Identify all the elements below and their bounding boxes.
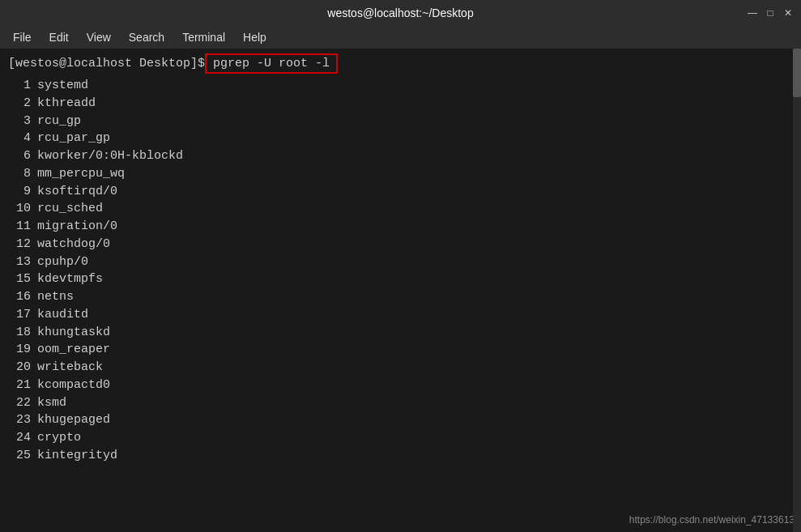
process-name: kintegrityd — [37, 447, 117, 465]
table-row: 9ksoftirqd/0 — [8, 183, 793, 201]
output-container: 1systemd2kthreadd3rcu_gp4rcu_par_gp6kwor… — [8, 77, 793, 465]
menu-edit[interactable]: Edit — [41, 29, 77, 45]
process-name: ksmd — [37, 394, 66, 412]
pid-number: 8 — [8, 165, 31, 183]
table-row: 2kthreadd — [8, 95, 793, 113]
pid-number: 24 — [8, 429, 31, 447]
table-row: 11migration/0 — [8, 218, 793, 236]
minimize-button[interactable]: — — [746, 6, 759, 19]
menu-search[interactable]: Search — [121, 29, 173, 45]
pid-number: 18 — [8, 324, 31, 342]
prompt-line: [westos@localhost Desktop]$ pgrep -U roo… — [8, 53, 793, 74]
table-row: 25kintegrityd — [8, 447, 793, 465]
window-controls: — □ ✕ — [746, 6, 795, 19]
process-name: crypto — [37, 429, 81, 447]
table-row: 13cpuhp/0 — [8, 253, 793, 271]
table-row: 3rcu_gp — [8, 113, 793, 130]
pid-number: 19 — [8, 341, 31, 359]
table-row: 18khungtaskd — [8, 324, 793, 342]
menu-view[interactable]: View — [79, 29, 119, 45]
table-row: 12watchdog/0 — [8, 236, 793, 253]
process-name: kdevtmpfs — [37, 270, 103, 288]
window-title: westos@localhost:~/Desktop — [55, 6, 746, 19]
table-row: 19oom_reaper — [8, 341, 793, 359]
table-row: 1systemd — [8, 77, 793, 95]
table-row: 16netns — [8, 288, 793, 306]
process-name: rcu_par_gp — [37, 130, 110, 147]
pid-number: 2 — [8, 95, 31, 113]
process-name: rcu_sched — [37, 200, 103, 218]
pid-number: 21 — [8, 377, 31, 394]
pid-number: 25 — [8, 447, 31, 465]
menu-bar: File Edit View Search Terminal Help — [0, 26, 801, 49]
process-name: kcompactd0 — [37, 377, 110, 394]
table-row: 8mm_percpu_wq — [8, 165, 793, 183]
pid-number: 11 — [8, 218, 31, 236]
process-name: oom_reaper — [37, 341, 110, 359]
process-name: kworker/0:0H-kblockd — [37, 147, 183, 165]
process-name: rcu_gp — [37, 113, 81, 130]
table-row: 23khugepaged — [8, 411, 793, 429]
pid-number: 16 — [8, 288, 31, 306]
table-row: 4rcu_par_gp — [8, 130, 793, 147]
process-name: mm_percpu_wq — [37, 165, 125, 183]
pid-number: 12 — [8, 236, 31, 253]
terminal-body[interactable]: [westos@localhost Desktop]$ pgrep -U roo… — [0, 49, 801, 532]
pid-number: 20 — [8, 359, 31, 377]
menu-terminal[interactable]: Terminal — [174, 29, 233, 45]
process-name: watchdog/0 — [37, 236, 110, 253]
maximize-button[interactable]: □ — [764, 6, 777, 19]
table-row: 20writeback — [8, 359, 793, 377]
pid-number: 3 — [8, 113, 31, 130]
terminal-window: westos@localhost:~/Desktop — □ ✕ File Ed… — [0, 0, 801, 532]
pid-number: 10 — [8, 200, 31, 218]
pid-number: 17 — [8, 306, 31, 324]
process-name: netns — [37, 288, 74, 306]
process-name: migration/0 — [37, 218, 117, 236]
table-row: 21kcompactd0 — [8, 377, 793, 394]
scrollbar[interactable] — [793, 49, 801, 532]
table-row: 22ksmd — [8, 394, 793, 412]
watermark: https://blog.csdn.net/weixin_47133613 — [629, 514, 795, 526]
title-bar: westos@localhost:~/Desktop — □ ✕ — [0, 0, 801, 26]
pid-number: 9 — [8, 183, 31, 201]
table-row: 17kauditd — [8, 306, 793, 324]
pid-number: 6 — [8, 147, 31, 165]
process-name: kauditd — [37, 306, 88, 324]
close-button[interactable]: ✕ — [782, 6, 795, 19]
process-name: kthreadd — [37, 95, 96, 113]
process-name: khungtaskd — [37, 324, 110, 342]
process-name: systemd — [37, 77, 88, 95]
process-name: writeback — [37, 359, 103, 377]
table-row: 6kworker/0:0H-kblockd — [8, 147, 793, 165]
process-name: cpuhp/0 — [37, 253, 88, 271]
pid-number: 13 — [8, 253, 31, 271]
pid-number: 23 — [8, 411, 31, 429]
table-row: 15kdevtmpfs — [8, 270, 793, 288]
menu-help[interactable]: Help — [235, 29, 275, 45]
scrollbar-thumb[interactable] — [793, 49, 801, 97]
command-highlight: pgrep -U root -l — [205, 53, 338, 74]
pid-number: 4 — [8, 130, 31, 147]
prompt-text: [westos@localhost Desktop]$ — [8, 57, 205, 70]
process-name: ksoftirqd/0 — [37, 183, 117, 201]
table-row: 10rcu_sched — [8, 200, 793, 218]
pid-number: 22 — [8, 394, 31, 412]
pid-number: 15 — [8, 270, 31, 288]
process-name: khugepaged — [37, 411, 110, 429]
menu-file[interactable]: File — [5, 29, 40, 45]
pid-number: 1 — [8, 77, 31, 95]
table-row: 24crypto — [8, 429, 793, 447]
